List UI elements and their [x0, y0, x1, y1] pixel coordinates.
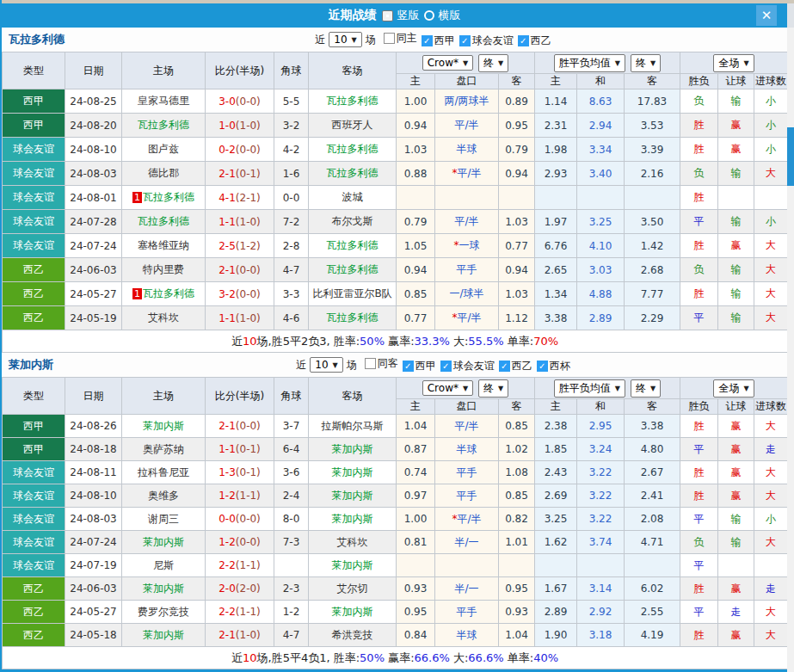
- avg-home-value: 1.14: [535, 89, 577, 114]
- checkbox-checked-icon[interactable]: ✓: [518, 35, 529, 46]
- avg-type-select[interactable]: 胜平负均值▼: [554, 379, 625, 398]
- col-header-corner: 角球: [274, 378, 309, 415]
- portrait-radio[interactable]: [382, 10, 393, 22]
- home-team-name: 费罗尔竞技: [138, 606, 189, 618]
- result-flag: 负: [680, 531, 718, 554]
- full-time-score: 1-2: [219, 490, 236, 502]
- sub-header-handicap-result: 让球: [718, 399, 754, 415]
- avg-time-select[interactable]: 终▼: [631, 379, 661, 398]
- avg-away-value: 1.42: [625, 234, 680, 258]
- summary-part: 50%: [360, 651, 385, 664]
- result-flag: 大: [754, 484, 788, 508]
- match-date: 24-08-18: [65, 438, 122, 461]
- match-date: 24-05-27: [65, 282, 122, 306]
- full-time-score: 2-2: [219, 559, 236, 571]
- handicap-cell: [435, 554, 499, 577]
- avg-group-header: 胜平负均值▼ 终▼: [535, 378, 680, 399]
- checkbox-checked-icon[interactable]: ✓: [537, 361, 548, 372]
- landscape-radio-label[interactable]: 横版: [439, 8, 461, 23]
- filter-checkbox[interactable]: 同客: [365, 356, 398, 371]
- score-cell: 1-3(0-1): [206, 461, 274, 484]
- filter-checkbox[interactable]: ✓西杯: [537, 359, 570, 373]
- checkbox-unchecked-icon[interactable]: [365, 358, 376, 369]
- odds-company-select[interactable]: Crow*▼: [422, 380, 473, 396]
- filter-checkbox[interactable]: 同主: [384, 31, 417, 46]
- avg-away-value: 3.53: [625, 114, 680, 138]
- filter-checkbox[interactable]: ✓西甲: [422, 34, 455, 48]
- summary-part: 赢率:: [385, 651, 415, 664]
- avg-draw-value: 3.34: [577, 138, 625, 162]
- corner-count: 4-7: [274, 258, 309, 282]
- league-type-badge: 西甲: [3, 89, 65, 114]
- odds-time-select[interactable]: 终▼: [478, 379, 508, 398]
- home-team-cell: 尼斯: [122, 554, 206, 577]
- corner-count: 2-4: [274, 484, 309, 508]
- filter-checkbox[interactable]: ✓球会友谊: [459, 34, 514, 48]
- sub-header-odds-away: 客: [499, 74, 535, 89]
- home-team-name: 瓦拉多利德: [143, 191, 194, 203]
- landscape-radio[interactable]: [424, 10, 434, 21]
- checkbox-checked-icon[interactable]: ✓: [459, 35, 471, 46]
- result-flag: 平: [680, 306, 718, 330]
- checkbox-checked-icon[interactable]: ✓: [403, 361, 414, 372]
- avg-time-select[interactable]: 终▼: [631, 54, 661, 72]
- odds-away-value: 0.94: [499, 162, 535, 186]
- full-time-score: 1-1: [219, 443, 236, 455]
- table-row: 西甲24-08-18奥萨苏纳1-1(0-1)6-4莱加内斯0.87半球1.021…: [3, 438, 788, 461]
- odds-time-select[interactable]: 终▼: [478, 54, 508, 72]
- table-row: 球会友谊24-07-28瓦拉多利德1-1(1-0)7-2布尔戈斯0.79平/半1…: [3, 210, 788, 234]
- table-row: 西乙24-06-03莱加内斯2-0(2-0)2-3艾尔切0.93半/一0.951…: [3, 577, 788, 601]
- table-row: 球会友谊24-08-011瓦拉多利德4-1(2-1)0-0波城胜: [3, 186, 788, 210]
- checkbox-unchecked-icon[interactable]: [384, 33, 395, 44]
- away-team-cell: 瓦拉多利德: [309, 162, 397, 186]
- scope-select[interactable]: 全场▼: [713, 54, 754, 72]
- filter-checkbox[interactable]: ✓西甲: [403, 359, 436, 373]
- filter-checkbox[interactable]: ✓西乙: [499, 359, 532, 373]
- away-team-name: 莱加内斯: [332, 490, 373, 502]
- half-time-score: (0-1): [236, 466, 261, 478]
- unit-label: 场: [347, 358, 357, 373]
- result-flag: 胜: [680, 186, 718, 210]
- half-time-score: (1-1): [236, 559, 261, 571]
- full-time-score: 1-0: [219, 120, 236, 132]
- filter-checkbox[interactable]: ✓球会友谊: [440, 359, 495, 373]
- checkbox-label: 球会友谊: [453, 359, 495, 373]
- checkbox-checked-icon[interactable]: ✓: [499, 361, 510, 372]
- league-type-badge: 球会友谊: [3, 461, 65, 484]
- home-team-cell: 瓦拉多利德: [122, 210, 206, 234]
- scrollbar-thumb[interactable]: [787, 127, 794, 186]
- away-team-cell: 艾科坎: [309, 531, 397, 554]
- checkbox-checked-icon[interactable]: ✓: [422, 35, 433, 46]
- scope-select[interactable]: 全场▼: [713, 379, 754, 398]
- result-flag: 走: [754, 438, 788, 461]
- scrollbar-track[interactable]: [787, 28, 794, 672]
- result-flag: 输: [718, 282, 754, 306]
- avg-away-value: 3.38: [625, 415, 680, 438]
- match-count-select[interactable]: 10▼: [329, 32, 361, 47]
- avg-draw-value: 3.18: [577, 624, 625, 647]
- avg-home-value: 2.38: [535, 415, 577, 438]
- handicap-name: 平手: [457, 490, 477, 502]
- result-flag: 小: [754, 114, 788, 138]
- away-team-cell: 莱加内斯: [309, 554, 397, 577]
- score-cell: 1-0(1-0): [206, 114, 274, 138]
- handicap-cell: *一球: [435, 234, 499, 258]
- avg-type-select[interactable]: 胜平负均值▼: [554, 54, 625, 72]
- avg-draw-value: 2.95: [577, 415, 625, 438]
- avg-draw-value: 8.63: [577, 89, 625, 114]
- half-time-score: (1-0): [236, 120, 261, 132]
- checkbox-checked-icon[interactable]: ✓: [440, 361, 452, 372]
- odds-company-select[interactable]: Crow*▼: [422, 55, 473, 71]
- avg-away-value: 4.80: [625, 438, 680, 461]
- portrait-radio-label[interactable]: 竖版: [397, 8, 420, 23]
- result-flag: 赢: [718, 577, 754, 601]
- half-time-score: (0-0): [236, 288, 261, 300]
- odds-home-value: 0.79: [397, 210, 435, 234]
- odds-home-value: 0.87: [397, 438, 435, 461]
- close-button[interactable]: ✕: [756, 5, 777, 26]
- away-team-name: 艾科坎: [337, 536, 368, 548]
- league-type-badge: 球会友谊: [3, 531, 65, 554]
- filter-checkbox[interactable]: ✓西乙: [518, 34, 551, 48]
- match-count-select[interactable]: 10▼: [310, 357, 342, 373]
- league-filter-checkboxes: 同客✓西甲✓球会友谊✓西乙✓西杯: [360, 356, 570, 373]
